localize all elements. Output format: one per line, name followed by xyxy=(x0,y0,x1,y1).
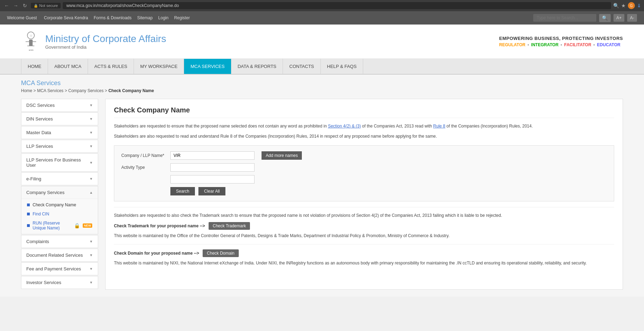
browser-bar: ← → ↻ 🔒 Not secure 🔍 ★ G ⇓ xyxy=(0,0,644,11)
integrator-tag: INTEGRATOR xyxy=(531,42,558,47)
tagline-row: REGULATOR • INTEGRATOR • FACILITATOR • E… xyxy=(499,42,623,47)
chevron-down-icon: ▼ xyxy=(89,131,93,135)
forward-btn[interactable]: → xyxy=(12,2,20,9)
sidebar-dsc-header[interactable]: DSC Services ▼ xyxy=(21,99,98,111)
login-link[interactable]: Login xyxy=(158,15,168,20)
nav-home[interactable]: HOME xyxy=(21,59,48,74)
sidebar-fee-label: Fee and Payment Services xyxy=(26,266,81,271)
check-company-form: Company / LLP Name* Add more names Activ… xyxy=(114,145,614,201)
svg-text:☉: ☉ xyxy=(29,34,32,37)
run-label: RUN (Reserve Unique Name) xyxy=(33,221,71,230)
nav-about[interactable]: ABOUT MCA xyxy=(48,59,88,74)
security-label: Not secure xyxy=(39,4,58,8)
sidebar-doc-header[interactable]: Document Related Services ▼ xyxy=(21,249,98,261)
sidebar-llp-business-header[interactable]: LLP Services For Business User ▼ xyxy=(21,154,98,171)
add-more-button[interactable]: Add more names xyxy=(262,151,302,160)
sidebar-master-header[interactable]: Master Data ▼ xyxy=(21,126,98,139)
chevron-down-icon: ▼ xyxy=(89,161,93,165)
page-heading: MCA Services Home > MCA Services > Compa… xyxy=(21,75,623,95)
content-area: MCA Services Home > MCA Services > Compa… xyxy=(0,75,644,297)
chevron-up-icon: ▲ xyxy=(89,191,93,194)
sidebar-company-header[interactable]: Company Services ▲ xyxy=(21,186,98,199)
sidebar-company-sub: Check Company Name Find CIN RUN (Reserve… xyxy=(21,199,98,234)
sidebar-company-label: Company Services xyxy=(26,190,65,195)
sidebar-complaints-label: Complaints xyxy=(26,239,49,244)
register-link[interactable]: Register xyxy=(174,15,190,20)
breadcrumb-mca-services[interactable]: MCA Services xyxy=(37,88,63,93)
breadcrumb-home[interactable]: Home xyxy=(21,88,32,93)
nav-mca-services[interactable]: MCA SERVICES xyxy=(184,59,231,74)
chevron-down-icon: ▼ xyxy=(89,144,93,148)
site-header: ☉ सत्यमेव Ministry of Corporate Affairs … xyxy=(0,25,644,59)
check-domain-button[interactable]: Check Domain xyxy=(203,249,239,257)
sidebar-fee-payment: Fee and Payment Services ▼ xyxy=(21,262,98,275)
domain-website-info: This website is maintained by NIXI, the … xyxy=(114,260,614,267)
check-trademark-button[interactable]: Check Trademark xyxy=(209,222,250,230)
sidebar-check-company[interactable]: Check Company Name xyxy=(21,200,98,209)
sidebar-efiling-label: e-Filing xyxy=(26,176,41,181)
nav-help-faqs[interactable]: HELP & FAQS xyxy=(321,59,363,74)
activity-type-input1[interactable] xyxy=(170,163,255,172)
company-name-input[interactable] xyxy=(170,151,255,160)
check-company-label: Check Company Name xyxy=(33,202,76,207)
refresh-btn[interactable]: ↻ xyxy=(21,2,29,9)
new-badge: NEW xyxy=(83,223,92,228)
emblem-logo: ☉ सत्यमेव xyxy=(21,30,40,53)
main-nav: HOME ABOUT MCA ACTS & RULES MY WORKSPACE… xyxy=(0,59,644,75)
trademark-row: Check Trademark for your proposed name -… xyxy=(114,222,614,230)
sidebar-doc-services: Document Related Services ▼ xyxy=(21,249,98,262)
sidebar-run[interactable]: RUN (Reserve Unique Name) 🔒 NEW xyxy=(21,219,98,233)
sidebar-din-header[interactable]: DIN Services ▼ xyxy=(21,113,98,125)
svg-text:सत्यमेव: सत्यमेव xyxy=(28,49,33,51)
search-button[interactable]: Search xyxy=(170,187,195,195)
browser-avatar: G xyxy=(628,2,635,9)
forms-downloads-link[interactable]: Forms & Downloads xyxy=(94,15,131,20)
sidebar-llp-header[interactable]: LLP Services ▼ xyxy=(21,140,98,152)
find-cin-label: Find CIN xyxy=(33,212,49,216)
domain-row: Check Domain for your proposed name --> … xyxy=(114,249,614,257)
sidebar-investor-header[interactable]: Investor Services ▼ xyxy=(21,276,98,289)
nav-data-reports[interactable]: DATA & REPORTS xyxy=(231,59,283,74)
breadcrumb-company-services[interactable]: Company Services xyxy=(68,88,104,93)
nav-acts[interactable]: ACTS & RULES xyxy=(88,59,134,74)
sidebar-complaints-header[interactable]: Complaints ▼ xyxy=(21,235,98,248)
top-search-input[interactable] xyxy=(533,14,596,22)
sidebar-company-services: Company Services ▲ Check Company Name Fi… xyxy=(21,186,98,234)
sidebar-investor-label: Investor Services xyxy=(26,280,61,285)
nav-contacts[interactable]: CONTACTS xyxy=(283,59,321,74)
sitemap-link[interactable]: Sitemap xyxy=(137,15,152,20)
welcome-text: Welcome Guest xyxy=(7,15,37,20)
browser-search-icon: 🔍 xyxy=(613,3,619,8)
sidebar-llp: LLP Services ▼ xyxy=(21,140,98,153)
url-bar[interactable] xyxy=(63,2,611,9)
sidebar-investor: Investor Services ▼ xyxy=(21,276,98,289)
company-name-row: Company / LLP Name* Add more names xyxy=(121,151,607,160)
back-btn[interactable]: ← xyxy=(3,2,11,9)
bullet-icon xyxy=(27,213,30,215)
sidebar-llp-label: LLP Services xyxy=(26,144,53,149)
empowering-text: EMPOWERING BUSINESS, PROTECTING INVESTOR… xyxy=(499,36,623,41)
divider1 xyxy=(114,207,614,207)
sidebar-find-cin[interactable]: Find CIN xyxy=(21,209,98,219)
nav-workspace[interactable]: MY WORKSPACE xyxy=(134,59,184,74)
sidebar-fee-header[interactable]: Fee and Payment Services ▼ xyxy=(21,263,98,275)
section-link[interactable]: Section 4(2) & (3) xyxy=(328,124,361,129)
top-search-button[interactable]: 🔍 xyxy=(599,14,611,22)
activity-type-input2[interactable] xyxy=(170,175,255,184)
form-actions: Search Clear All xyxy=(121,187,607,195)
site-subtitle: Government of India xyxy=(45,44,166,50)
font-increase-button[interactable]: A+ xyxy=(614,14,624,22)
sidebar-efiling-header[interactable]: e-Filing ▼ xyxy=(21,173,98,185)
trademark-info-text: Stakeholders are requested to also check… xyxy=(114,212,614,219)
lock-icon: 🔒 xyxy=(74,223,80,228)
corporate-seva-link[interactable]: Corporate Seva Kendra xyxy=(44,15,88,20)
font-decrease-button[interactable]: A- xyxy=(627,14,637,22)
chevron-down-icon: ▼ xyxy=(89,253,93,257)
domain-check-label: Check Domain for your proposed name --> xyxy=(114,251,199,256)
rule8-link[interactable]: Rule 8 xyxy=(433,124,446,129)
clear-all-button[interactable]: Clear All xyxy=(198,187,225,195)
security-indicator: 🔒 Not secure xyxy=(31,3,61,8)
facilitator-tag: FACILITATOR xyxy=(564,42,591,47)
sidebar-din-label: DIN Services xyxy=(26,116,53,122)
right-content: Check Company Name Stakeholders are requ… xyxy=(105,99,623,290)
